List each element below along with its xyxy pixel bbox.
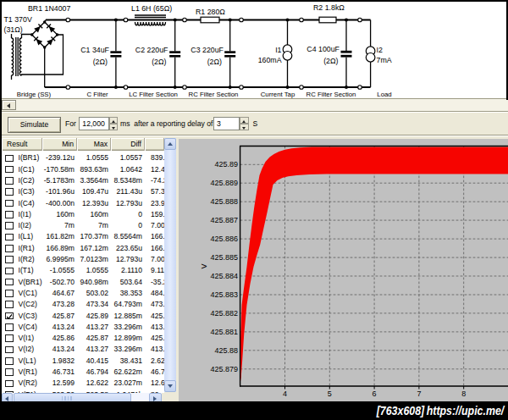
svg-text:7: 7 xyxy=(417,390,421,398)
svg-text:(2Ω): (2Ω) xyxy=(93,58,108,66)
svg-text:425.886: 425.886 xyxy=(210,235,238,243)
svg-text:425.884: 425.884 xyxy=(210,272,238,280)
svg-text:Bridge (SS): Bridge (SS) xyxy=(17,91,52,98)
svg-text:C2 220uF: C2 220uF xyxy=(135,46,168,54)
svg-text:5: 5 xyxy=(327,390,331,398)
svg-text:RC Filter Section: RC Filter Section xyxy=(306,91,356,98)
svg-text:BR1 1N4007: BR1 1N4007 xyxy=(28,4,70,13)
svg-text:425.88: 425.88 xyxy=(214,346,238,355)
svg-text:425.881: 425.881 xyxy=(210,328,238,336)
svg-text:R1 280Ω: R1 280Ω xyxy=(196,8,225,16)
svg-text:7mA: 7mA xyxy=(377,56,392,64)
svg-text:160mA: 160mA xyxy=(258,56,282,64)
svg-text:C Filter: C Filter xyxy=(86,91,108,98)
svg-text:T1 370V: T1 370V xyxy=(4,15,32,24)
svg-text:R2 1.8kΩ: R2 1.8kΩ xyxy=(313,3,345,12)
svg-text:425.887: 425.887 xyxy=(210,216,238,224)
svg-text:C4 100uF: C4 100uF xyxy=(306,45,340,53)
svg-text:I1: I1 xyxy=(275,46,281,54)
svg-text:425.882: 425.882 xyxy=(210,309,238,318)
svg-text:425.89: 425.89 xyxy=(214,160,238,169)
svg-text:425.889: 425.889 xyxy=(210,179,238,187)
svg-text:(31Ω): (31Ω) xyxy=(4,25,23,34)
svg-text:(2Ω): (2Ω) xyxy=(323,57,338,65)
svg-text:8: 8 xyxy=(461,390,466,398)
svg-text:425.885: 425.885 xyxy=(210,253,238,262)
svg-text:V: V xyxy=(200,263,208,268)
svg-text:425.883: 425.883 xyxy=(210,290,238,299)
svg-text:I2: I2 xyxy=(377,46,383,54)
svg-text:6: 6 xyxy=(372,390,376,398)
svg-text:L1 6H (65Ω): L1 6H (65Ω) xyxy=(131,4,172,13)
svg-text:LC Filter Section: LC Filter Section xyxy=(129,91,178,98)
svg-text:C1 34uF: C1 34uF xyxy=(80,46,109,54)
svg-text:Load: Load xyxy=(377,91,391,98)
svg-text:(2Ω): (2Ω) xyxy=(152,58,166,66)
svg-text:425.888: 425.888 xyxy=(210,197,238,206)
svg-text:C3 220uF: C3 220uF xyxy=(190,46,224,54)
svg-text:Current Tap: Current Tap xyxy=(261,91,295,98)
svg-text:4: 4 xyxy=(282,390,286,398)
svg-text:RC Filter Section: RC Filter Section xyxy=(189,91,239,98)
svg-text:(2Ω): (2Ω) xyxy=(207,58,222,66)
svg-text:425.879: 425.879 xyxy=(210,365,238,373)
